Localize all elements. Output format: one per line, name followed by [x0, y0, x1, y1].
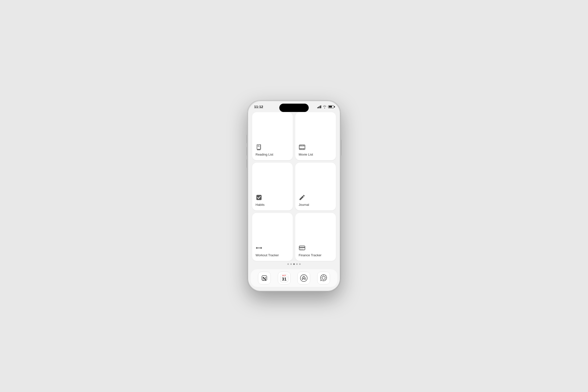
- app-tile-habits[interactable]: Habits: [252, 163, 293, 211]
- page-dot-3[interactable]: [293, 264, 295, 265]
- app-tile-journal[interactable]: Journal: [295, 163, 336, 211]
- phone-screen: 11:12: [248, 101, 340, 291]
- arc-icon: [300, 274, 308, 282]
- svg-text:OCT: OCT: [282, 275, 286, 276]
- dock-arc[interactable]: [298, 272, 310, 284]
- app-tile-finance-tracker[interactable]: Finance Tracker: [295, 213, 336, 261]
- signal-bar-3: [320, 106, 320, 108]
- book-icon: [256, 144, 262, 151]
- svg-rect-15: [257, 248, 261, 248]
- dock-notion[interactable]: N: [258, 272, 271, 284]
- svg-rect-18: [300, 249, 301, 250]
- svg-text:31: 31: [282, 277, 286, 282]
- signal-bar-1: [317, 107, 318, 108]
- status-bar: 11:12: [248, 101, 340, 110]
- status-time: 11:12: [254, 104, 263, 109]
- habits-label: Habits: [256, 203, 264, 207]
- svg-rect-10: [256, 195, 262, 200]
- status-icons: [317, 105, 334, 108]
- page-dot-1[interactable]: [288, 264, 289, 265]
- svg-point-31: [303, 278, 304, 278]
- movie-list-label: Movie List: [299, 153, 313, 157]
- workout-tracker-label: Workout Tracker: [256, 253, 279, 258]
- dock-calendar[interactable]: OCT 31: [278, 272, 290, 284]
- svg-rect-17: [299, 247, 305, 248]
- dock-chatgpt[interactable]: [317, 272, 330, 284]
- app-tile-workout-tracker[interactable]: Workout Tracker: [252, 213, 293, 261]
- chatgpt-icon: [320, 274, 328, 282]
- svg-rect-9: [303, 148, 304, 150]
- signal-bar-2: [318, 106, 319, 108]
- pencil-icon: [299, 194, 306, 201]
- svg-rect-5: [302, 145, 302, 146]
- svg-rect-14: [261, 247, 262, 249]
- svg-rect-6: [303, 145, 304, 146]
- svg-text:N: N: [262, 276, 266, 282]
- app-tile-reading-list[interactable]: Reading List: [252, 112, 293, 160]
- svg-rect-7: [300, 148, 300, 150]
- app-grid: Reading List Movie List: [252, 112, 336, 261]
- battery-fill: [329, 106, 332, 108]
- checkbox-icon: [256, 194, 262, 201]
- phone-frame: 11:12: [248, 100, 340, 292]
- dynamic-island: [279, 104, 309, 112]
- page-dot-5[interactable]: [299, 264, 300, 265]
- page-dot-2[interactable]: [290, 264, 292, 265]
- dock: N OCT 31: [251, 269, 337, 287]
- page-dot-4[interactable]: [296, 264, 298, 265]
- film-icon: [299, 144, 306, 151]
- svg-rect-13: [256, 247, 257, 249]
- app-tile-movie-list[interactable]: Movie List: [295, 112, 336, 160]
- signal-icon: [317, 105, 322, 108]
- phone-content: Reading List Movie List: [248, 110, 340, 269]
- finance-tracker-label: Finance Tracker: [299, 253, 322, 258]
- svg-rect-4: [300, 145, 300, 146]
- calendar-icon: OCT 31: [279, 273, 289, 283]
- notion-icon: N: [260, 274, 268, 282]
- journal-label: Journal: [299, 203, 309, 207]
- svg-rect-20: [302, 249, 303, 250]
- svg-rect-19: [302, 249, 302, 250]
- wifi-icon: [323, 105, 326, 108]
- creditcard-icon: [299, 244, 306, 251]
- svg-rect-0: [257, 150, 260, 150]
- page-dots: [252, 261, 336, 267]
- svg-rect-8: [302, 148, 302, 150]
- reading-list-label: Reading List: [256, 153, 273, 157]
- signal-bar-4: [320, 105, 321, 108]
- dumbbell-icon: [256, 244, 262, 251]
- svg-rect-2: [299, 146, 305, 146]
- battery-icon: [328, 105, 334, 108]
